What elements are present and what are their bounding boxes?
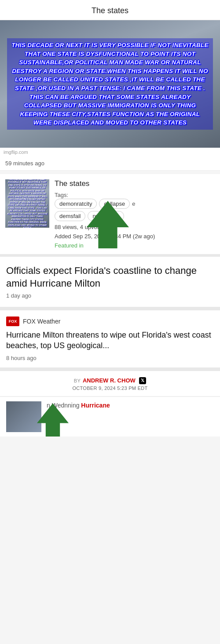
news-card-1: Officials expect Florida's coastline to … xyxy=(0,257,220,310)
news-title-1[interactable]: Officials expect Florida's coastline to … xyxy=(6,265,214,290)
news-time-1: 1 day ago xyxy=(6,292,214,299)
page-title: The states xyxy=(0,0,220,20)
fox-article-time: 8 hours ago xyxy=(6,355,214,361)
image-credit: imgflip.com xyxy=(0,148,220,156)
fox-logo: FOX xyxy=(6,317,19,326)
meme-text: THIS DECADE OR NEXT IT IS VERY POSSIBLE … xyxy=(7,38,213,130)
byline-row: BY ANDREW R. CHOW 𝕏 xyxy=(6,376,214,384)
tags-row-2: demsfail nyc fjb xyxy=(55,211,215,221)
tags-section: Tags: demonratcity collapse e demsfail n… xyxy=(55,191,215,221)
tag-overflow: e xyxy=(132,200,135,207)
detail-title[interactable]: The states xyxy=(55,179,215,188)
tags-row: demonratcity collapse e xyxy=(55,199,215,209)
tag-pill-3[interactable]: demsfail xyxy=(55,211,85,221)
fox-header: FOX FOX Weather xyxy=(6,317,214,326)
hurricane-label: Hurricane xyxy=(81,402,110,409)
byline-date: OCTOBER 9, 2024 5:23 PM EDT xyxy=(6,386,214,391)
detail-info: The states Tags: demonratcity collapse e… xyxy=(55,179,215,249)
meme-overlay: THIS DECADE OR NEXT IT IS VERY POSSIBLE … xyxy=(0,20,220,148)
tag-pill-5[interactable]: fjb xyxy=(109,211,125,221)
fox-weather-card: FOX FOX Weather Hurricane Milton threate… xyxy=(0,310,220,371)
bottom-text-start: n Wedn xyxy=(47,402,68,409)
byline-author[interactable]: ANDREW R. CHOW xyxy=(83,377,136,384)
meme-image-container: THIS DECADE OR NEXT IT IS VERY POSSIBLE … xyxy=(0,20,220,148)
byline-card: BY ANDREW R. CHOW 𝕏 OCTOBER 9, 2024 5:23… xyxy=(0,371,220,397)
detail-thumbnail[interactable]: THIS DECADE OR NEXT IT IS VERY POSSIBLE … xyxy=(5,179,49,228)
bottom-thumbnail xyxy=(6,401,41,432)
detail-card: THIS DECADE OR NEXT IT IS VERY POSSIBLE … xyxy=(0,174,220,257)
post-timestamp: 59 minutes ago xyxy=(0,156,220,171)
tags-label: Tags: xyxy=(55,192,68,198)
bottom-text: n Wednning Hurricane xyxy=(47,401,214,410)
tag-pill-2[interactable]: collapse xyxy=(99,199,130,209)
thumb-text: THIS DECADE OR NEXT IT IS VERY POSSIBLE … xyxy=(6,180,48,227)
featured-in: Featured in xyxy=(55,242,215,249)
bottom-partial: n Wednning Hurricane xyxy=(0,397,220,437)
byline-by: BY xyxy=(74,378,81,383)
tag-pill-1[interactable]: demonratcity xyxy=(55,199,97,209)
tag-pill-4[interactable]: nyc xyxy=(88,211,106,221)
detail-stats: 88 views, 4 upvotes xyxy=(55,224,215,230)
detail-added: Added Sep 25, 2024, 4:34 PM (2w ago) xyxy=(55,233,215,240)
fox-article-title[interactable]: Hurricane Milton threatens to wipe out F… xyxy=(6,330,214,351)
bottom-text-mid: ning xyxy=(68,402,79,409)
fox-source-name: FOX Weather xyxy=(23,318,60,325)
x-icon[interactable]: 𝕏 xyxy=(139,377,146,384)
